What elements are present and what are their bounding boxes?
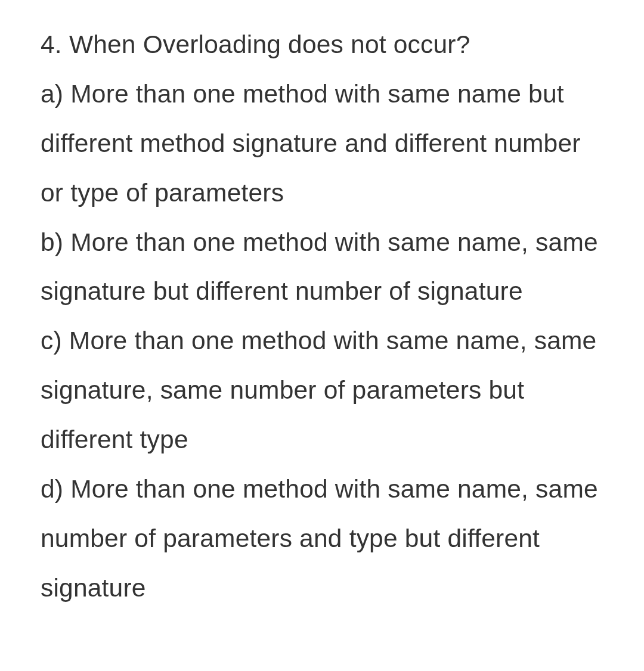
option-text-c: More than one method with same name, sam… [41, 327, 596, 453]
option-a: a) More than one method with same name b… [41, 70, 608, 218]
option-b: b) More than one method with same name, … [41, 218, 608, 317]
option-c: c) More than one method with same name, … [41, 316, 608, 465]
option-label-d: d) [41, 475, 63, 503]
question-number: 4. [41, 30, 62, 58]
option-label-a: a) [41, 80, 63, 108]
option-text-d: More than one method with same name, sam… [41, 475, 598, 602]
question-text: When Overloading does not occur? [69, 30, 470, 58]
option-label-b: b) [41, 228, 63, 256]
option-label-c: c) [41, 327, 62, 355]
option-d: d) More than one method with same name, … [41, 465, 608, 613]
question-container: 4. When Overloading does not occur? a) M… [41, 20, 608, 613]
option-text-a: More than one method with same name but … [41, 80, 581, 207]
option-text-b: More than one method with same name, sam… [41, 228, 598, 306]
question-line: 4. When Overloading does not occur? [41, 20, 608, 70]
